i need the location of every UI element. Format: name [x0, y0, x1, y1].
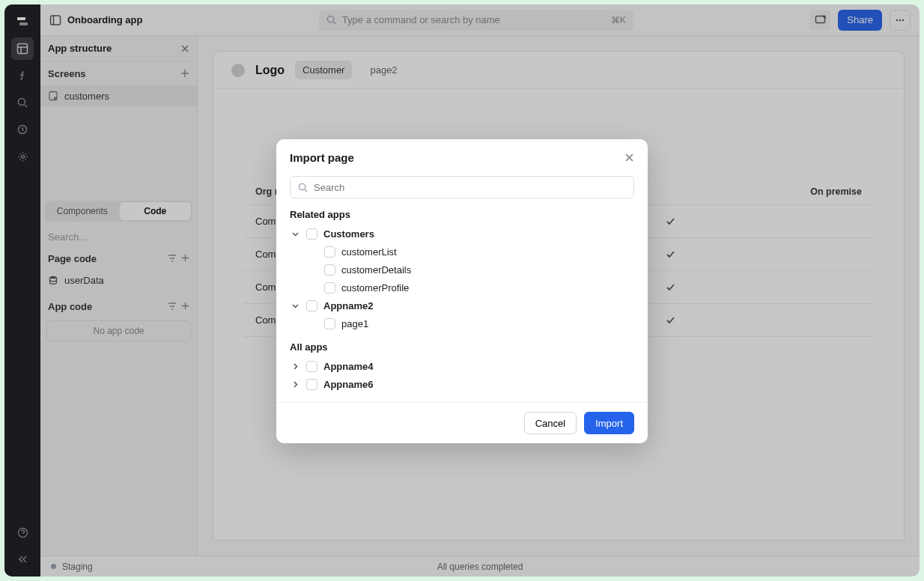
search-icon: [298, 183, 308, 192]
tree-page-label: customerDetails: [341, 264, 411, 276]
tree-page-label: customerProfile: [341, 282, 409, 293]
chevron-down-icon[interactable]: [290, 230, 300, 238]
import-page-modal: Import page Related apps Customers custo…: [276, 139, 648, 443]
svg-point-16: [299, 183, 305, 189]
chevron-down-icon[interactable]: [290, 302, 300, 310]
tree-app[interactable]: Appname4: [290, 357, 634, 375]
tree-app-label: Customers: [323, 228, 374, 240]
tree-page[interactable]: customerList: [290, 243, 634, 261]
related-apps-label: Related apps: [290, 209, 634, 220]
tree-app-label: Appname4: [323, 361, 373, 372]
tree-page-label: page1: [341, 318, 368, 329]
all-apps-label: All apps: [290, 341, 634, 353]
modal-overlay: Import page Related apps Customers custo…: [4, 4, 920, 577]
modal-title: Import page: [290, 151, 354, 164]
chevron-right-icon[interactable]: [290, 380, 300, 389]
import-button[interactable]: Import: [584, 412, 634, 434]
cancel-button[interactable]: Cancel: [524, 412, 577, 434]
tree-page[interactable]: customerProfile: [290, 279, 634, 296]
checkbox[interactable]: [324, 282, 335, 293]
checkbox[interactable]: [306, 228, 317, 240]
tree-page-label: customerList: [341, 246, 397, 258]
tree-app[interactable]: Customers: [290, 225, 634, 243]
tree-app-label: Appname6: [323, 379, 373, 390]
tree-page[interactable]: page1: [290, 314, 634, 332]
checkbox[interactable]: [306, 300, 317, 311]
tree-page[interactable]: customerDetails: [290, 261, 634, 279]
chevron-right-icon[interactable]: [290, 362, 300, 371]
close-icon[interactable]: [624, 153, 634, 162]
tree-app[interactable]: Appname6: [290, 375, 634, 393]
modal-search[interactable]: [290, 176, 634, 198]
checkbox[interactable]: [324, 246, 335, 258]
checkbox[interactable]: [324, 264, 335, 276]
modal-search-input[interactable]: [314, 182, 626, 193]
checkbox[interactable]: [324, 318, 335, 329]
tree-app-label: Appname2: [323, 300, 373, 311]
checkbox[interactable]: [306, 379, 317, 390]
tree-app[interactable]: Appname2: [290, 296, 634, 314]
checkbox[interactable]: [306, 361, 317, 372]
